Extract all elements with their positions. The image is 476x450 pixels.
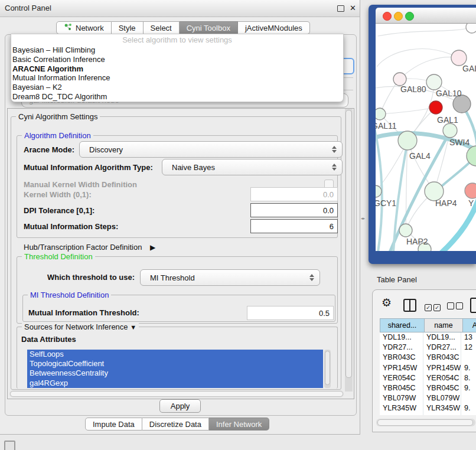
minimized-panel-icon[interactable] [4, 441, 15, 450]
algorithm-popup-item[interactable]: Bayesian – K2 [11, 83, 343, 92]
table-cell: YDL19... [380, 332, 423, 343]
table-cell [461, 393, 476, 403]
algorithm-popup-item[interactable]: Dream8 DC_TDC Algorithm [11, 92, 343, 102]
chevron-right-icon: ▶ [150, 243, 155, 252]
tab-jactivemnodules[interactable]: jActiveMNodules [238, 21, 310, 34]
split-pane-handle-icon[interactable]: ◂▸ [361, 216, 364, 221]
aracne-mode-value: Discovery [89, 145, 123, 154]
tab-discretize-data[interactable]: Discretize Data [142, 418, 209, 431]
tab-select[interactable]: Select [144, 21, 180, 34]
tab-impute-data[interactable]: Impute Data [85, 418, 142, 431]
network-icon [64, 23, 76, 33]
manual-kernel-label: Manual Kernel Width Definition [24, 180, 137, 189]
table-column-header[interactable]: name [425, 318, 463, 332]
apply-button-label: Apply [171, 402, 190, 410]
aracne-mode-combo[interactable]: Discovery [79, 141, 343, 158]
mi-threshold-group-title: MI Threshold Definition [28, 291, 111, 299]
network-node[interactable] [393, 73, 406, 86]
zoom-light-icon[interactable] [405, 12, 414, 21]
algorithm-popup-item[interactable]: Basic Correlation Inference [11, 55, 343, 64]
dpi-tolerance-value: 0.0 [323, 206, 334, 215]
table-row[interactable]: YER054CYER054C8. [380, 373, 476, 383]
tab-label: Network [76, 24, 104, 32]
kernel-width-label: Kernel Width (0,1): [24, 190, 92, 199]
sources-group-title[interactable]: Sources for Network Inference ▼ [22, 322, 139, 332]
network-node[interactable] [398, 131, 417, 150]
table-body: YDL19...YDL19...13YDR27...YDR27...12YBR0… [380, 332, 476, 415]
network-node-label: HAP2 [406, 237, 428, 246]
mi-threshold-input[interactable]: 0.5 [247, 306, 334, 320]
table-cell: YBR043C [423, 353, 461, 363]
close-light-icon[interactable] [383, 12, 392, 21]
deselect-all-checkbox-icon[interactable] [447, 301, 465, 312]
network-node[interactable] [443, 123, 457, 138]
dpi-tolerance-input[interactable]: 0.0 [250, 203, 338, 217]
settings-horizontal-scrollbar[interactable] [9, 390, 344, 397]
table-row[interactable]: YDL19...YDL19...13 [380, 332, 476, 343]
column-view-icon[interactable] [403, 299, 416, 312]
select-all-checkbox-icon[interactable]: ✓✓ [425, 301, 442, 312]
mi-type-label: Mutual Information Algorithm Type: [24, 163, 153, 172]
attribute-list-item[interactable]: gal4RGexp [27, 379, 323, 388]
table-cell: YIL052C [380, 414, 423, 416]
network-node[interactable] [466, 24, 476, 33]
mi-threshold-value: 0.5 [319, 309, 330, 318]
mi-type-combo[interactable]: Naive Bayes [162, 159, 343, 175]
table-row[interactable]: YIL052CYIL052C8. [380, 414, 476, 416]
network-node[interactable] [465, 183, 476, 198]
table-cell: YBL079W [380, 393, 423, 403]
attribute-list-item[interactable]: BetweennessCentrality [27, 369, 323, 378]
table-row[interactable]: YBL079WYBL079W [380, 393, 476, 403]
network-node[interactable] [376, 108, 386, 120]
attribute-list-item[interactable]: TopologicalCoefficient [27, 359, 323, 369]
table-cell: 9. [461, 403, 476, 413]
algorithm-popup-list: Bayesian – Hill ClimbingBasic Correlatio… [11, 45, 343, 102]
network-node-label: GAL11 [376, 121, 397, 131]
algorithm-popup-item[interactable]: Mutual Information Inference [11, 73, 343, 83]
hub-definition-toggle[interactable]: Hub/Transcription Factor Definition ▶ [24, 243, 155, 252]
tab-network[interactable]: Network [56, 21, 112, 34]
table-row[interactable]: YDR27...YDR27...12 [380, 343, 476, 353]
tab-cyni-toolbox[interactable]: Cyni Toolbox [180, 21, 238, 34]
network-node[interactable] [429, 101, 442, 114]
attribute-list-item[interactable]: SelfLoops [27, 350, 323, 359]
hub-definition-label: Hub/Transcription Factor Definition [24, 243, 142, 252]
table-horizontal-scrollbar[interactable] [376, 419, 475, 426]
table-column-header[interactable]: shared... [380, 318, 425, 332]
network-canvas[interactable]: GALGAL80GAL10GAL1GAL11SWI4GAL4GCY1HAP4YH… [376, 24, 476, 251]
algorithm-popup-item[interactable]: ARACNE Algorithm [11, 64, 343, 74]
network-edge[interactable] [378, 28, 471, 36]
tab-style[interactable]: Style [112, 21, 144, 34]
minimize-light-icon[interactable] [394, 12, 403, 21]
combo-arrows-icon [332, 163, 337, 171]
table-row[interactable]: YBR045CYBR045C9. [380, 383, 476, 393]
function-builder-icon[interactable] [470, 298, 476, 313]
network-edge[interactable] [377, 49, 459, 67]
mi-steps-input[interactable]: 6 [250, 219, 338, 233]
network-node[interactable] [426, 74, 442, 90]
hidden-groupbox-line [343, 77, 353, 78]
kernel-width-input[interactable]: 0.0 [250, 187, 338, 201]
control-panel-window: Control Panel ✕ NetworkStyleSelectCyni T… [0, 0, 360, 435]
table-cell: 12 [461, 343, 476, 353]
algorithm-popup-item[interactable]: Bayesian – Hill Climbing [11, 45, 343, 55]
table-column-header[interactable]: A [463, 318, 476, 332]
tab-infer-network[interactable]: Infer Network [209, 418, 269, 431]
settings-vertical-scrollbar[interactable] [345, 109, 353, 392]
float-window-icon[interactable] [337, 5, 344, 12]
table-row[interactable]: YPR145WYPR145W9. [380, 363, 476, 373]
table-cell: 8. [461, 373, 476, 383]
table-cell: YBL079W [423, 393, 461, 403]
close-icon[interactable]: ✕ [350, 3, 356, 14]
table-cell: YBR043C [380, 353, 423, 363]
table-row[interactable]: YBR043CYBR043C [380, 353, 476, 363]
gear-icon[interactable]: ⚙ [382, 297, 392, 309]
apply-button[interactable]: Apply [159, 399, 201, 413]
table-row[interactable]: YLR345WYLR345W9. [380, 403, 476, 413]
network-node[interactable] [399, 224, 412, 237]
sources-group-label: Sources for Network Inference [24, 322, 128, 331]
network-window-titlebar[interactable] [376, 8, 476, 24]
which-threshold-combo[interactable]: MI Threshold [140, 269, 320, 286]
attributes-list-scrollbar[interactable] [324, 350, 331, 388]
table-cell: 13 [461, 332, 476, 343]
